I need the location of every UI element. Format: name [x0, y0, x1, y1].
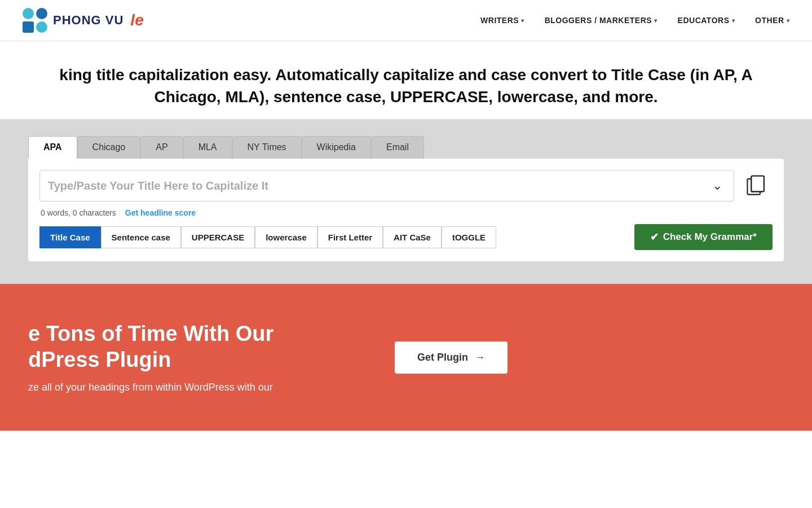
- chevron-down-icon: ▾: [732, 17, 735, 24]
- logo-dot-bl: [23, 21, 34, 33]
- bottom-section: e Tons of Time With Our dPress Plugin ze…: [0, 284, 812, 431]
- chevron-down-icon: ▾: [654, 17, 657, 24]
- headline-score-link[interactable]: Get headline score: [125, 208, 196, 217]
- header: PHONG VU le WRITERS ▾ BLOGGERS / MARKETE…: [0, 0, 812, 41]
- logo-text: PHONG VU: [53, 13, 123, 28]
- case-btn-sentence[interactable]: Sentence case: [101, 226, 181, 248]
- bottom-title: e Tons of Time With Our dPress Plugin: [28, 321, 395, 373]
- logo-area: PHONG VU le: [23, 8, 144, 33]
- case-btn-first[interactable]: First Letter: [317, 226, 383, 248]
- expand-button[interactable]: ⌄: [709, 178, 726, 193]
- case-btn-alt[interactable]: AIT CaSe: [383, 226, 442, 248]
- tab-wikipedia[interactable]: Wikipedia: [302, 136, 371, 159]
- logo-suffix: le: [130, 11, 143, 29]
- svg-rect-2: [751, 176, 764, 192]
- chevron-down-icon: ▾: [521, 17, 524, 24]
- logo-dot-tl: [23, 8, 34, 19]
- style-tabs: APA Chicago AP MLA NY Times Wikipedia Em…: [28, 136, 784, 159]
- case-buttons-row: Title Case Sentence case UPPERCASE lower…: [39, 224, 773, 250]
- tab-chicago[interactable]: Chicago: [77, 136, 141, 159]
- case-btn-toggle[interactable]: tOGGLE: [442, 226, 496, 248]
- logo-icon: [23, 8, 47, 33]
- tab-mla[interactable]: MLA: [183, 136, 232, 159]
- nav-other[interactable]: OTHER ▾: [755, 16, 789, 25]
- hero-section: king title capitalization easy. Automati…: [0, 41, 812, 108]
- case-btn-title[interactable]: Title Case: [39, 226, 101, 248]
- bottom-subtitle: ze all of your headings from within Word…: [28, 382, 395, 393]
- nav-writers[interactable]: WRITERS ▾: [480, 16, 524, 25]
- tab-apa[interactable]: APA: [28, 136, 77, 159]
- nav-bloggers[interactable]: BLOGGERS / MARKETERS ▾: [545, 16, 657, 25]
- chevron-down-icon: ▾: [787, 17, 790, 24]
- title-input-wrapper: ⌄: [39, 170, 734, 202]
- input-row: ⌄: [39, 170, 773, 202]
- tool-section: APA Chicago AP MLA NY Times Wikipedia Em…: [0, 119, 812, 284]
- main-nav: WRITERS ▾ BLOGGERS / MARKETERS ▾ EDUCATO…: [480, 16, 789, 25]
- tab-email[interactable]: Email: [371, 136, 424, 159]
- nav-educators[interactable]: EDUCATORS ▾: [678, 16, 735, 25]
- arrow-icon: →: [475, 352, 485, 364]
- bottom-text: e Tons of Time With Our dPress Plugin ze…: [28, 321, 395, 393]
- input-card: ⌄ 0 words, 0 characters Get headline sco…: [28, 159, 784, 261]
- tab-ap[interactable]: AP: [140, 136, 183, 159]
- title-input[interactable]: [48, 179, 709, 192]
- hero-text: king title capitalization easy. Automati…: [11, 64, 801, 108]
- case-btn-lower[interactable]: lowercase: [255, 226, 317, 248]
- grammar-button[interactable]: ✔ Check My Grammar*: [634, 224, 773, 250]
- logo-dot-tr: [36, 8, 47, 19]
- get-plugin-button[interactable]: Get Plugin →: [395, 341, 508, 374]
- copy-button[interactable]: [740, 170, 773, 202]
- meta-row: 0 words, 0 characters Get headline score: [39, 208, 773, 217]
- check-icon: ✔: [650, 231, 659, 243]
- logo-dot-br: [36, 21, 47, 33]
- tab-nytimes[interactable]: NY Times: [232, 136, 302, 159]
- copy-icon: [745, 175, 767, 196]
- word-count: 0 words, 0 characters: [41, 208, 116, 217]
- case-btn-upper[interactable]: UPPERCASE: [181, 226, 255, 248]
